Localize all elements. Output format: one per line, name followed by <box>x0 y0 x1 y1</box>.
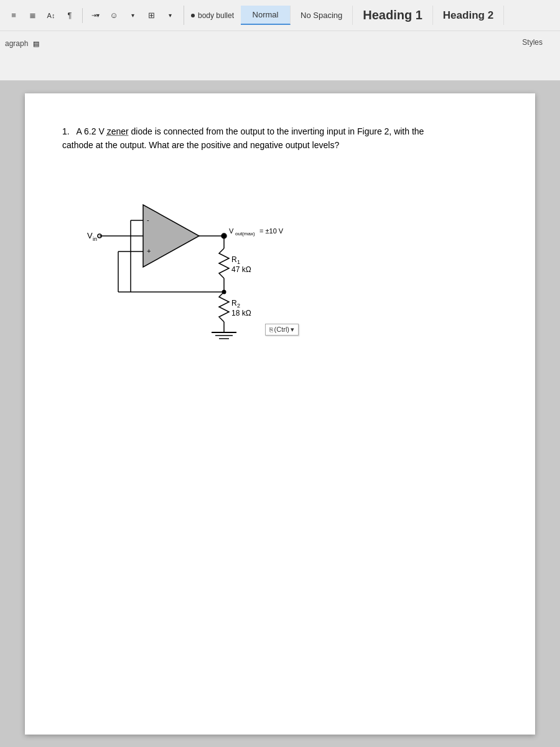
grid-icon[interactable]: ⊞ <box>142 7 160 24</box>
separator1 <box>82 8 83 23</box>
toolbar-bottom-bar: agraph ▤ Styles <box>5 39 555 48</box>
svg-text:+: + <box>147 247 151 255</box>
style-heading1[interactable]: Heading 1 <box>353 6 433 25</box>
toolbar-row1: ≡ ≣ A↕ ¶ ⇥▾ ☺ ▾ ⊞ ▾ body bullet Normal <box>0 0 560 31</box>
doc-area: 1. A 6.2 V zener diode is connected from… <box>0 81 560 747</box>
indent-dropdown[interactable]: ⇥▾ <box>86 7 104 24</box>
question-number: 1. <box>62 126 70 136</box>
svg-text:18 kΩ: 18 kΩ <box>231 309 251 317</box>
para-icon[interactable]: ¶ <box>61 7 78 24</box>
svg-marker-0 <box>143 205 199 267</box>
toolbar-icons: ≡ ≣ A↕ ¶ ⇥▾ ☺ ▾ ⊞ ▾ <box>5 7 179 24</box>
svg-text:2: 2 <box>237 303 240 309</box>
svg-text:47 kΩ: 47 kΩ <box>231 265 251 274</box>
style-no-spacing-label: No Spacing <box>301 11 342 20</box>
svg-text:-: - <box>147 216 149 223</box>
grid-dropdown[interactable]: ▾ <box>161 7 179 24</box>
svg-text:in: in <box>93 236 97 242</box>
svg-text:R: R <box>231 255 237 264</box>
ctrl-label: (Ctrl) <box>274 326 289 333</box>
doc-page: 1. A 6.2 V zener diode is connected from… <box>25 93 535 735</box>
ctrl-button[interactable]: ⎘ (Ctrl) ▾ <box>265 324 299 336</box>
zener-word: zener <box>107 126 129 136</box>
svg-text:V: V <box>87 231 93 240</box>
person-icon[interactable]: ☺ <box>105 7 123 24</box>
svg-text:= ±10 V: = ±10 V <box>259 227 284 235</box>
svg-text:out(max): out(max) <box>235 231 255 237</box>
style-normal-label: Normal <box>253 10 279 19</box>
sort-icon[interactable]: A↕ <box>42 7 60 24</box>
styles-section: body bullet Normal No Spacing Heading 1 … <box>184 6 555 25</box>
paragraph-label: agraph <box>5 39 33 48</box>
body-bullet-btn[interactable]: body bullet <box>184 6 241 25</box>
circuit-svg: V in - + V out(max) = ±10 V <box>75 167 311 342</box>
list2-icon[interactable]: ≣ <box>24 7 41 24</box>
circuit-diagram: V in - + V out(max) = ±10 V <box>75 167 311 342</box>
toolbar: ≡ ≣ A↕ ¶ ⇥▾ ☺ ▾ ⊞ ▾ body bullet Normal <box>0 0 560 81</box>
bullet-dot-icon <box>191 14 195 17</box>
toolbar-row2: agraph ▤ Styles <box>0 31 560 56</box>
style-normal[interactable]: Normal <box>241 6 291 25</box>
style-heading2-label: Heading 2 <box>443 9 493 22</box>
style-no-spacing[interactable]: No Spacing <box>291 6 353 25</box>
paste-icon: ⎘ <box>269 326 273 333</box>
list-icon[interactable]: ≡ <box>5 7 22 24</box>
svg-text:R: R <box>231 299 237 308</box>
ctrl-dropdown-icon: ▾ <box>291 326 294 334</box>
svg-text:V: V <box>229 227 234 235</box>
style-heading2[interactable]: Heading 2 <box>433 6 504 25</box>
svg-text:1: 1 <box>237 259 240 265</box>
styles-section-label: Styles <box>522 38 543 47</box>
body-bullet-label: body bullet <box>198 11 234 20</box>
style-heading1-label: Heading 1 <box>363 8 422 22</box>
person-dropdown[interactable]: ▾ <box>124 7 141 24</box>
question-block: 1. A 6.2 V zener diode is connected from… <box>62 125 498 153</box>
paragraph-expand-icon[interactable]: ▤ <box>33 40 39 48</box>
